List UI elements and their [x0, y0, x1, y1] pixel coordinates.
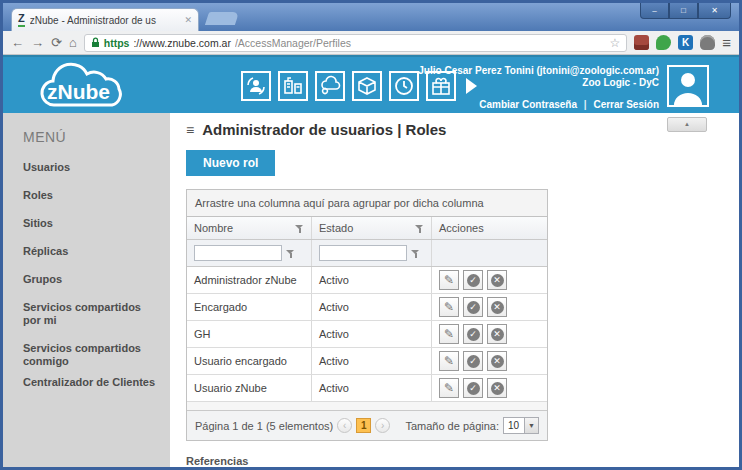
page-size-value: 10	[504, 418, 524, 433]
sidebar-item-grupos[interactable]: Grupos	[23, 273, 160, 286]
home-icon[interactable]: ⌂	[69, 36, 77, 49]
filter-icon[interactable]	[295, 224, 304, 233]
edit-button[interactable]: ✎	[439, 270, 459, 290]
activate-button[interactable]: ✓	[463, 297, 483, 317]
maximize-button[interactable]: □	[669, 3, 698, 19]
next-page-icon[interactable]: ›	[375, 418, 390, 433]
table-row[interactable]: Encargado Activo ✎ ✓ ✕	[187, 294, 547, 321]
scroll-top-button[interactable]: ▲	[667, 117, 707, 132]
cell-estado: Activo	[312, 348, 432, 374]
edit-button[interactable]: ✎	[439, 297, 459, 317]
title-bar: Z zNube - Administrador de us ✕ – □ ✕	[3, 3, 739, 31]
delete-button[interactable]: ✕	[487, 270, 507, 290]
tab-close-icon[interactable]: ✕	[184, 15, 192, 25]
delete-button[interactable]: ✕	[487, 297, 507, 317]
padlock-icon	[91, 37, 100, 48]
edit-button[interactable]: ✎	[439, 351, 459, 371]
table-row[interactable]: Usuario zNube Activo ✎ ✓ ✕	[187, 375, 547, 402]
filter-icon[interactable]	[286, 249, 295, 258]
browser-window: Z zNube - Administrador de us ✕ – □ ✕ ← …	[0, 0, 742, 470]
delete-button[interactable]: ✕	[487, 324, 507, 344]
new-role-button[interactable]: Nuevo rol	[186, 150, 275, 176]
sidebar-item-sitios[interactable]: Sitios	[23, 217, 160, 230]
prev-page-icon[interactable]: ‹	[337, 418, 352, 433]
sidebar: MENÚ Usuarios Roles Sitios Réplicas Grup…	[3, 113, 170, 467]
session-links: Cambiar Contraseña | Cerrar Sesión	[279, 99, 659, 110]
pencil-icon: ✎	[444, 273, 454, 287]
sidebar-title: MENÚ	[23, 129, 160, 145]
table-row[interactable]: Usuario encargado Activo ✎ ✓ ✕	[187, 348, 547, 375]
url-bar[interactable]: https ://www.znube.com.ar /AccessManager…	[84, 34, 627, 52]
cell-acciones: ✎ ✓ ✕	[432, 267, 547, 293]
grid-filter-row	[187, 240, 547, 267]
minimize-button[interactable]: –	[640, 3, 669, 19]
cell-nombre: GH	[187, 321, 312, 347]
dropdown-arrow-icon[interactable]: ▼	[524, 418, 538, 433]
znube-logo[interactable]: zNube	[31, 61, 141, 117]
cell-nombre: Usuario zNube	[187, 375, 312, 401]
edit-button[interactable]: ✎	[439, 324, 459, 344]
page-number-button[interactable]: 1	[356, 418, 371, 433]
extension-k-icon[interactable]: K	[678, 35, 693, 50]
filter-icon[interactable]	[411, 249, 420, 258]
tab-title: zNube - Administrador de us	[30, 15, 180, 26]
activate-button[interactable]: ✓	[463, 351, 483, 371]
pencil-icon: ✎	[444, 381, 454, 395]
page-size-select[interactable]: 10 ▼	[503, 417, 539, 434]
cell-acciones: ✎ ✓ ✕	[432, 321, 547, 347]
nombre-filter-input[interactable]	[194, 245, 282, 261]
page-size-label: Tamaño de página:	[405, 420, 499, 432]
cell-estado: Activo	[312, 267, 432, 293]
table-row[interactable]: Administrador zNube Activo ✎ ✓ ✕	[187, 267, 547, 294]
delete-button[interactable]: ✕	[487, 378, 507, 398]
browser-menu-icon[interactable]: ≡	[722, 35, 731, 50]
extension-icon[interactable]	[656, 35, 671, 50]
check-circle-icon: ✓	[467, 382, 480, 395]
sidebar-item-roles[interactable]: Roles	[23, 189, 160, 202]
avatar[interactable]	[667, 65, 709, 107]
new-tab-button[interactable]	[205, 12, 239, 25]
edit-button[interactable]: ✎	[439, 378, 459, 398]
sidebar-item-replicas[interactable]: Réplicas	[23, 245, 160, 258]
change-password-link[interactable]: Cambiar Contraseña	[479, 99, 577, 110]
user-info: Julio Cesar Perez Tonini (jtonini@zoolog…	[279, 65, 659, 110]
activate-button[interactable]: ✓	[463, 378, 483, 398]
pencil-icon: ✎	[444, 327, 454, 341]
url-host: ://www.znube.com.ar	[133, 37, 230, 49]
forward-icon[interactable]: →	[31, 36, 44, 49]
close-button[interactable]: ✕	[698, 3, 731, 19]
users-sync-icon[interactable]	[241, 71, 271, 101]
bookmark-star-icon[interactable]: ☆	[609, 36, 620, 50]
refresh-icon[interactable]: ⟳	[51, 36, 62, 49]
extension-icon[interactable]	[700, 35, 715, 50]
browser-tab[interactable]: Z zNube - Administrador de us ✕	[11, 8, 199, 31]
activate-button[interactable]: ✓	[463, 270, 483, 290]
sidebar-item-servicios-por-mi[interactable]: Servicios compartidos por mi	[23, 301, 160, 327]
extension-icon[interactable]	[634, 35, 649, 50]
sidebar-item-servicios-conmigo[interactable]: Servicios compartidos conmigo	[23, 342, 160, 368]
estado-filter-input[interactable]	[319, 245, 407, 261]
back-icon[interactable]: ←	[11, 36, 24, 49]
window-controls: – □ ✕	[640, 3, 731, 19]
table-row[interactable]: GH Activo ✎ ✓ ✕	[187, 321, 547, 348]
cross-circle-icon: ✕	[491, 328, 504, 341]
sidebar-item-centralizador[interactable]: Centralizador de Clientes	[23, 376, 160, 389]
page-title: Administrador de usuarios | Roles	[202, 121, 446, 138]
cross-circle-icon: ✕	[491, 301, 504, 314]
collapse-menu-icon[interactable]: ≡	[186, 122, 194, 138]
cell-estado: Activo	[312, 375, 432, 401]
cross-circle-icon: ✕	[491, 382, 504, 395]
cross-circle-icon: ✕	[491, 274, 504, 287]
sidebar-item-usuarios[interactable]: Usuarios	[23, 161, 160, 174]
cell-acciones: ✎ ✓ ✕	[432, 294, 547, 320]
grid-header-row: Nombre Estado Acciones	[187, 217, 547, 240]
pencil-icon: ✎	[444, 300, 454, 314]
cell-nombre: Encargado	[187, 294, 312, 320]
filter-icon[interactable]	[415, 224, 424, 233]
logout-link[interactable]: Cerrar Sesión	[593, 99, 659, 110]
site-header: zNube Julio Cesar Pere	[3, 55, 739, 113]
column-header-estado[interactable]: Estado	[312, 217, 432, 239]
activate-button[interactable]: ✓	[463, 324, 483, 344]
delete-button[interactable]: ✕	[487, 351, 507, 371]
column-header-nombre[interactable]: Nombre	[187, 217, 312, 239]
